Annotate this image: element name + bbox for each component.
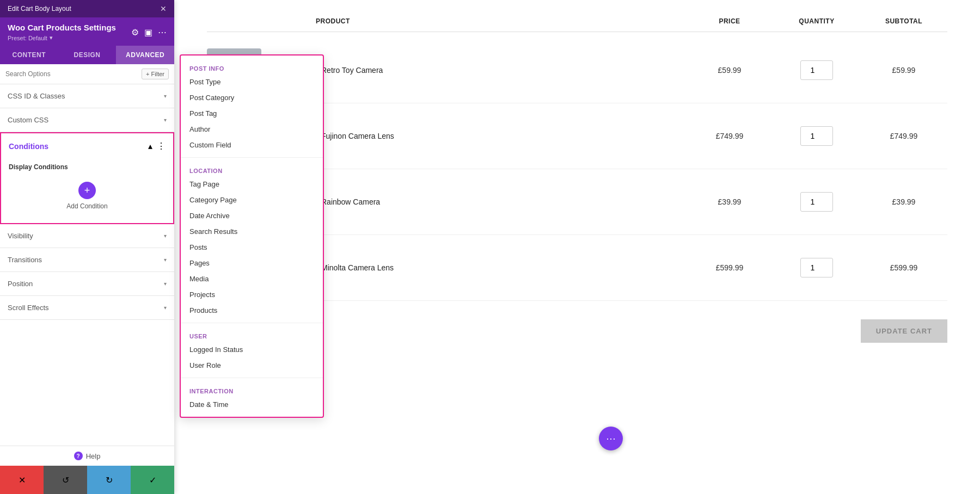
divider-2: [181, 323, 323, 323]
product-name: Rainbow Camera: [316, 197, 686, 206]
chevron-up-icon[interactable]: ▴: [148, 141, 152, 151]
dropdown-item-media[interactable]: Media: [181, 271, 323, 287]
filter-button[interactable]: + Filter: [142, 69, 169, 79]
product-name: Retro Toy Camera: [316, 66, 686, 75]
section-custom-css: Custom CSS ▾: [0, 108, 174, 132]
dropdown-section-user: User: [181, 328, 323, 342]
product-quantity: [773, 126, 860, 146]
dropdown-section-location: Location: [181, 162, 323, 176]
dropdown-item-tag-page[interactable]: Tag Page: [181, 176, 323, 192]
quantity-input[interactable]: [800, 126, 833, 146]
dropdown-item-post-category[interactable]: Post Category: [181, 90, 323, 106]
sidebar-tabs: Content Design Advanced: [0, 46, 174, 64]
dropdown-item-projects[interactable]: Projects: [181, 287, 323, 302]
conditions-title: Conditions: [9, 142, 48, 151]
chevron-down-icon: ▾: [164, 257, 167, 263]
divider-1: [181, 157, 323, 158]
product-quantity: [773, 258, 860, 277]
tab-advanced[interactable]: Advanced: [116, 46, 174, 64]
preset-label: Preset: Default: [8, 35, 47, 41]
more-options-icon[interactable]: ⋮: [157, 141, 166, 151]
conditions-header[interactable]: Conditions ▴ ⋮: [1, 133, 173, 159]
chevron-down-icon: ▾: [164, 281, 167, 287]
section-css-id-classes: CSS ID & Classes ▾: [0, 84, 174, 108]
sidebar-footer: ✕ ↺ ↻ ✓: [0, 466, 174, 494]
product-subtotal: £59.99: [860, 66, 947, 75]
more-icon: ⋯: [606, 433, 616, 444]
dropdown-item-post-type[interactable]: Post Type: [181, 74, 323, 90]
dropdown-section-post-info: Post Info: [181, 60, 323, 74]
help-area: ? Help: [0, 446, 174, 466]
product-quantity: [773, 192, 860, 212]
chevron-down-icon: ▾: [164, 117, 167, 123]
sidebar-header: Woo Cart Products Settings Preset: Defau…: [0, 17, 174, 46]
window-title-bar: Edit Cart Body Layout ✕: [0, 0, 174, 17]
section-custom-css-header[interactable]: Custom CSS ▾: [0, 108, 174, 132]
product-price: £39.99: [686, 197, 773, 206]
product-name: Minolta Camera Lens: [316, 263, 686, 272]
tab-design[interactable]: Design: [58, 46, 117, 64]
display-conditions-label: Display Conditions: [9, 163, 166, 171]
section-scroll-effects: Scroll Effects ▾: [0, 296, 174, 320]
search-input[interactable]: [5, 70, 138, 78]
quantity-input[interactable]: [800, 60, 833, 80]
settings-icon[interactable]: ⚙: [131, 27, 139, 38]
layout-icon[interactable]: ▣: [144, 27, 152, 38]
quantity-input[interactable]: [800, 192, 833, 212]
tab-content[interactable]: Content: [0, 46, 58, 64]
product-price: £599.99: [686, 263, 773, 272]
add-condition-button[interactable]: + Add Condition: [9, 177, 166, 214]
product-subtotal: £39.99: [860, 197, 947, 206]
product-subtotal: £749.99: [860, 132, 947, 140]
undo-icon: ↺: [62, 475, 69, 485]
dropdown-item-pages[interactable]: Pages: [181, 255, 323, 271]
cancel-icon: ✕: [19, 475, 26, 485]
quantity-input[interactable]: [800, 258, 833, 277]
cancel-button[interactable]: ✕: [0, 466, 44, 494]
close-button[interactable]: ✕: [160, 4, 167, 13]
product-name: Fujinon Camera Lens: [316, 132, 686, 140]
section-transitions: Transitions ▾: [0, 248, 174, 272]
redo-button[interactable]: ↻: [87, 466, 131, 494]
preset-chevron: ▾: [50, 34, 53, 41]
help-label[interactable]: Help: [86, 452, 101, 460]
dropdown-section-interaction: Interaction: [181, 382, 323, 397]
dropdown-item-date-archive[interactable]: Date Archive: [181, 208, 323, 224]
conditions-section: Conditions ▴ ⋮ Display Conditions + Add …: [0, 132, 174, 224]
floating-action-button[interactable]: ⋯: [599, 427, 623, 450]
section-css-id-classes-header[interactable]: CSS ID & Classes ▾: [0, 84, 174, 108]
dropdown-item-search-results[interactable]: Search Results: [181, 224, 323, 239]
module-name: Woo Cart Products Settings: [8, 23, 116, 32]
save-button[interactable]: ✓: [131, 466, 174, 494]
redo-icon: ↻: [106, 475, 113, 485]
sidebar: Edit Cart Body Layout ✕ Woo Cart Product…: [0, 0, 174, 494]
section-transitions-header[interactable]: Transitions ▾: [0, 248, 174, 271]
add-condition-label: Add Condition: [66, 202, 107, 210]
dropdown-item-category-page[interactable]: Category Page: [181, 192, 323, 208]
sidebar-content: CSS ID & Classes ▾ Custom CSS ▾ Conditio…: [0, 84, 174, 446]
dropdown-item-post-tag[interactable]: Post Tag: [181, 106, 323, 121]
product-quantity: [773, 60, 860, 80]
dropdown-item-custom-field[interactable]: Custom Field: [181, 137, 323, 153]
conditions-body: Display Conditions + Add Condition: [1, 159, 173, 223]
help-icon: ?: [74, 452, 83, 460]
chevron-down-icon: ▾: [164, 93, 167, 99]
section-visibility: Visibility ▾: [0, 224, 174, 248]
dropdown-item-author[interactable]: Author: [181, 121, 323, 137]
col-header-product: PRODUCT: [316, 17, 686, 25]
undo-button[interactable]: ↺: [44, 466, 87, 494]
update-cart-button[interactable]: UPDATE CART: [861, 319, 947, 343]
dropdown-item-user-role[interactable]: User Role: [181, 357, 323, 373]
col-header-subtotal: SUBTOTAL: [860, 17, 947, 25]
section-visibility-header[interactable]: Visibility ▾: [0, 224, 174, 248]
section-scroll-effects-header[interactable]: Scroll Effects ▾: [0, 296, 174, 319]
dropdown-item-products[interactable]: Products: [181, 302, 323, 318]
dropdown-item-posts[interactable]: Posts: [181, 239, 323, 255]
dropdown-item-logged-in-status[interactable]: Logged In Status: [181, 342, 323, 357]
dropdown-item-date-time[interactable]: Date & Time: [181, 397, 323, 412]
section-position: Position ▾: [0, 272, 174, 296]
conditions-dropdown: Post Info Post Type Post Category Post T…: [180, 54, 324, 418]
col-header-quantity: QUANTITY: [773, 17, 860, 25]
more-icon[interactable]: ⋯: [158, 27, 167, 38]
section-position-header[interactable]: Position ▾: [0, 272, 174, 295]
